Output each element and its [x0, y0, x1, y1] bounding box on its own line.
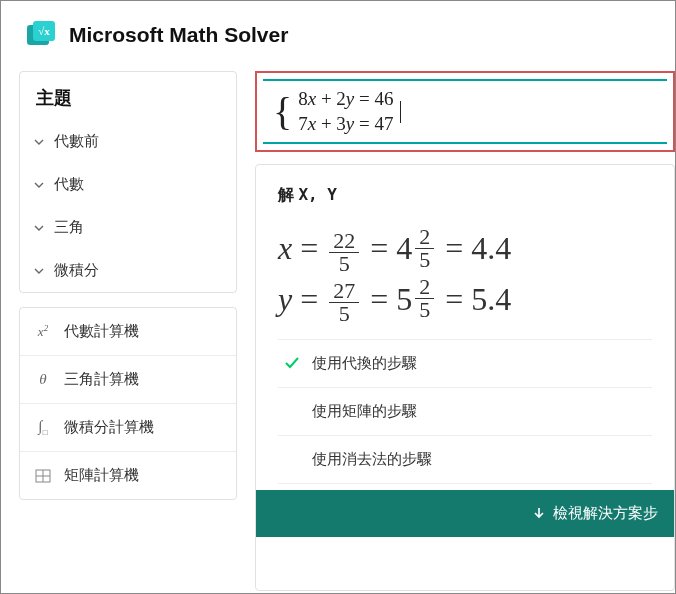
- solution-x: x = 225 = 425 = 4.4: [278, 224, 652, 274]
- calc-item-matrix[interactable]: 矩陣計算機: [20, 451, 236, 499]
- calc-item-trig[interactable]: θ 三角計算機: [20, 355, 236, 403]
- view-steps-label: 檢視解決方案步: [553, 504, 658, 523]
- result-heading-prefix: 解: [278, 186, 298, 203]
- calc-item-algebra[interactable]: x2 代數計算機: [20, 308, 236, 355]
- theta-icon: θ: [34, 371, 52, 389]
- calc-label: 矩陣計算機: [64, 466, 139, 485]
- chevron-down-icon: [34, 266, 44, 276]
- solution-display: x = 225 = 425 = 4.4 y = 275 = 525 = 5.4: [278, 220, 652, 338]
- topic-label: 代數前: [54, 132, 99, 151]
- topic-label: 代數: [54, 175, 84, 194]
- equation-line-2: 7x + 3y = 47: [298, 113, 393, 134]
- topic-item-trig[interactable]: 三角: [20, 206, 236, 249]
- algebra-icon: x2: [34, 323, 52, 341]
- integral-icon: ∫□: [34, 419, 52, 437]
- matrix-icon: [34, 467, 52, 485]
- chevron-down-icon: [34, 223, 44, 233]
- header: √x Microsoft Math Solver: [1, 1, 675, 71]
- step-substitution[interactable]: 使用代換的步驟: [278, 340, 652, 388]
- equation-input-box[interactable]: { 8x + 2y = 46 7x + 3y = 47: [255, 71, 675, 152]
- topic-label: 三角: [54, 218, 84, 237]
- calculators-panel: x2 代數計算機 θ 三角計算機 ∫□ 微積分計算機 矩陣計算機: [19, 307, 237, 500]
- main-area: { 8x + 2y = 46 7x + 3y = 47 解 X, Y x = 2…: [255, 71, 675, 591]
- step-label: 使用消去法的步驟: [312, 450, 432, 469]
- equation-system: 8x + 2y = 46 7x + 3y = 47: [298, 87, 393, 136]
- left-brace-icon: {: [273, 92, 292, 132]
- step-matrix[interactable]: 使用矩陣的步驟: [278, 388, 652, 436]
- app-logo-icon: √x: [25, 19, 57, 51]
- topics-panel: 主題 代數前 代數 三角 微積分: [19, 71, 237, 293]
- sidebar: 主題 代數前 代數 三角 微積分: [19, 71, 237, 591]
- topics-heading: 主題: [20, 72, 236, 120]
- check-icon: [284, 355, 300, 371]
- result-card: 解 X, Y x = 225 = 425 = 4.4 y = 275 = 525…: [255, 164, 675, 591]
- calc-label: 代數計算機: [64, 322, 139, 341]
- chevron-down-icon: [34, 180, 44, 190]
- topic-item-prealgebra[interactable]: 代數前: [20, 120, 236, 163]
- result-heading-vars: X, Y: [298, 185, 337, 204]
- calc-item-calculus[interactable]: ∫□ 微積分計算機: [20, 403, 236, 451]
- chevron-down-icon: [34, 137, 44, 147]
- calc-label: 微積分計算機: [64, 418, 154, 437]
- app-title: Microsoft Math Solver: [69, 23, 288, 47]
- view-steps-button[interactable]: 檢視解決方案步: [256, 490, 674, 537]
- svg-text:√x: √x: [38, 25, 50, 37]
- equation-line-1: 8x + 2y = 46: [298, 88, 393, 109]
- arrow-down-icon: [533, 505, 545, 522]
- topic-label: 微積分: [54, 261, 99, 280]
- result-heading: 解 X, Y: [278, 185, 652, 206]
- text-cursor: [400, 101, 401, 123]
- calc-label: 三角計算機: [64, 370, 139, 389]
- step-label: 使用代換的步驟: [312, 354, 417, 373]
- topic-item-calculus[interactable]: 微積分: [20, 249, 236, 292]
- step-elimination[interactable]: 使用消去法的步驟: [278, 436, 652, 484]
- steps-list: 使用代換的步驟 使用矩陣的步驟 使用消去法的步驟: [278, 339, 652, 484]
- topic-item-algebra[interactable]: 代數: [20, 163, 236, 206]
- step-label: 使用矩陣的步驟: [312, 402, 417, 421]
- solution-y: y = 275 = 525 = 5.4: [278, 275, 652, 325]
